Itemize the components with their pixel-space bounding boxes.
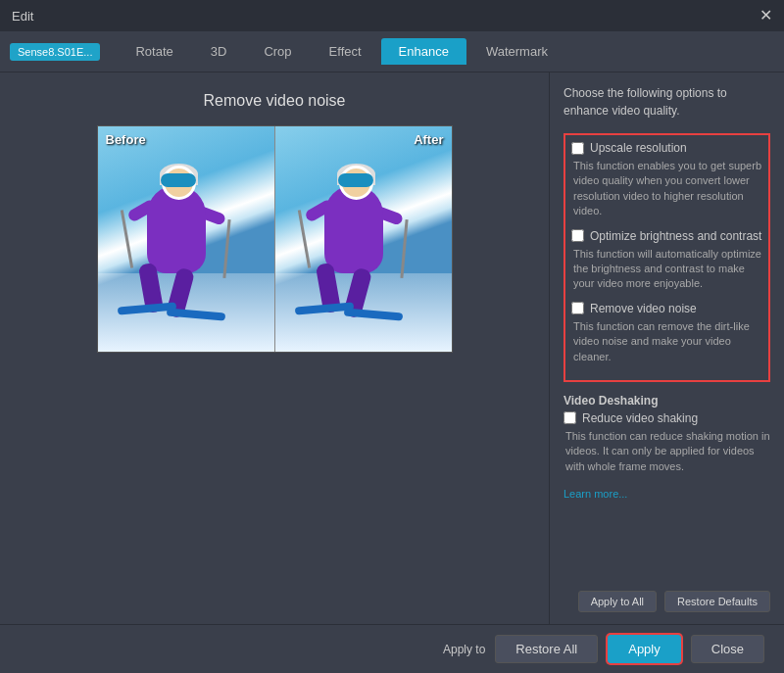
- tab-watermark[interactable]: Watermark: [468, 38, 565, 65]
- file-tag[interactable]: Sense8.S01E...: [10, 43, 100, 61]
- upscale-section: Upscale resolution This function enables…: [571, 141, 762, 219]
- brightness-section: Optimize brightness and contrast This fu…: [571, 229, 762, 292]
- deshake-desc: This function can reduce shaking motion …: [564, 429, 770, 474]
- noise-section: Remove video noise This function can rem…: [571, 302, 762, 364]
- main-content: Remove video noise Before: [0, 72, 784, 624]
- noise-checkbox[interactable]: [571, 302, 584, 314]
- apply-to-all-button[interactable]: Apply to All: [578, 591, 657, 612]
- deshaking-section: Video Deshaking Reduce video shaking Thi…: [564, 388, 770, 501]
- upscale-row: Upscale resolution: [571, 141, 762, 155]
- close-button[interactable]: Close: [691, 635, 764, 663]
- noise-label: Remove video noise: [590, 302, 697, 315]
- window-title: Edit: [12, 9, 33, 24]
- after-box: After: [275, 126, 452, 352]
- tab-3d[interactable]: 3D: [193, 38, 245, 65]
- tab-enhance[interactable]: Enhance: [381, 38, 466, 65]
- upscale-desc: This function enables you to get superb …: [571, 159, 762, 219]
- deshaking-header: Video Deshaking: [564, 394, 770, 408]
- before-label: Before: [106, 132, 146, 147]
- upscale-label: Upscale resolution: [590, 141, 687, 155]
- before-box: Before: [98, 126, 274, 352]
- brightness-checkbox[interactable]: [571, 229, 584, 242]
- deshake-checkbox[interactable]: [564, 411, 576, 424]
- edit-window: Edit ✕ Sense8.S01E... Rotate 3D Crop Eff…: [0, 0, 784, 673]
- brightness-desc: This function will automatically optimiz…: [571, 247, 762, 292]
- noise-row: Remove video noise: [571, 302, 762, 315]
- tab-effect[interactable]: Effect: [312, 38, 379, 65]
- deshake-label: Reduce video shaking: [582, 411, 698, 425]
- preview-area: Remove video noise Before: [0, 72, 549, 624]
- tab-rotate[interactable]: Rotate: [118, 38, 190, 65]
- preview-title: Remove video noise: [204, 92, 346, 110]
- apply-button[interactable]: Apply: [608, 635, 681, 663]
- brightness-label: Optimize brightness and contrast: [590, 229, 761, 243]
- deshake-row: Reduce video shaking: [564, 411, 770, 425]
- bottom-bar: Apply to Restore All Apply Close: [0, 624, 784, 673]
- learn-more-link[interactable]: Learn more...: [564, 488, 627, 500]
- title-bar: Edit ✕: [0, 0, 784, 31]
- brightness-row: Optimize brightness and contrast: [571, 229, 762, 243]
- panel-actions: Apply to All Restore Defaults: [564, 579, 770, 612]
- noise-desc: This function can remove the dirt-like v…: [571, 319, 762, 364]
- window-close-button[interactable]: ✕: [760, 8, 772, 24]
- after-image: [275, 126, 452, 352]
- apply-to-label: Apply to: [443, 643, 485, 656]
- restore-all-button[interactable]: Restore All: [495, 635, 598, 663]
- before-after-container: Before: [97, 125, 453, 353]
- highlighted-options-section: Upscale resolution This function enables…: [564, 133, 770, 382]
- upscale-checkbox[interactable]: [571, 142, 584, 155]
- right-panel: Choose the following options to enhance …: [549, 72, 784, 624]
- after-label: After: [414, 132, 443, 147]
- before-image: [98, 126, 274, 352]
- tab-bar: Sense8.S01E... Rotate 3D Crop Effect Enh…: [0, 31, 784, 72]
- tab-crop[interactable]: Crop: [246, 38, 309, 65]
- panel-description: Choose the following options to enhance …: [564, 84, 770, 120]
- restore-defaults-button[interactable]: Restore Defaults: [664, 591, 770, 612]
